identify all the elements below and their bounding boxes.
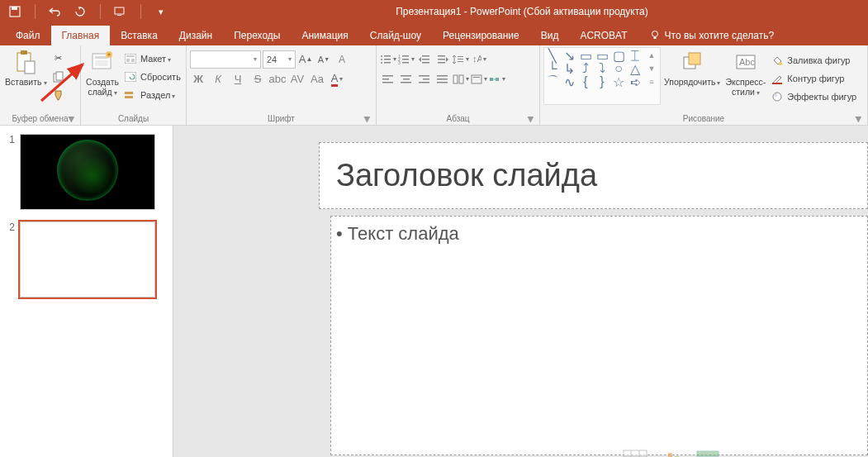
clear-formatting-icon[interactable]: A bbox=[334, 51, 350, 68]
font-size-combo[interactable]: 24▾ bbox=[263, 50, 296, 69]
tab-animation[interactable]: Анимация bbox=[291, 26, 358, 45]
shape-row-down-icon[interactable]: ▼ bbox=[645, 63, 658, 74]
cut-button[interactable]: ✂ bbox=[50, 50, 67, 67]
new-slide-button[interactable]: Создать слайд bbox=[84, 47, 121, 103]
paragraph-launcher-icon[interactable]: ⯆ bbox=[527, 115, 534, 123]
svg-rect-79 bbox=[697, 451, 719, 456]
shape-row-up-icon[interactable]: ▲ bbox=[645, 50, 658, 61]
shape-roundrect-icon[interactable]: ▢ bbox=[612, 50, 625, 61]
shape-line-icon[interactable]: ╲ bbox=[546, 50, 559, 61]
increase-font-icon[interactable]: A▲ bbox=[297, 51, 314, 68]
smartart-button[interactable] bbox=[489, 71, 505, 88]
copy-button[interactable] bbox=[50, 68, 67, 85]
justify-button[interactable] bbox=[434, 71, 451, 88]
drawing-launcher-icon[interactable]: ⯆ bbox=[855, 115, 862, 123]
svg-rect-27 bbox=[384, 62, 391, 64]
shape-star-icon[interactable]: ☆ bbox=[612, 76, 625, 88]
insert-chart-icon[interactable] bbox=[657, 448, 686, 457]
quick-styles-button[interactable]: Abc Экспресс- стили bbox=[723, 47, 767, 105]
columns-button[interactable] bbox=[453, 71, 469, 88]
text-direction-button[interactable]: ↕A bbox=[471, 51, 487, 68]
thumbnail-slide-1[interactable]: 1 bbox=[7, 134, 166, 210]
tab-design[interactable]: Дизайн bbox=[168, 26, 223, 45]
shadow-button[interactable]: abc bbox=[269, 71, 286, 88]
undo-icon[interactable] bbox=[49, 5, 62, 18]
shape-rect-icon[interactable]: ▭ bbox=[579, 50, 592, 61]
svg-rect-61 bbox=[496, 78, 499, 81]
shape-more-icon[interactable]: ≡ bbox=[645, 76, 658, 88]
decrease-font-icon[interactable]: A▼ bbox=[315, 51, 332, 68]
numbering-button[interactable]: 123 bbox=[398, 51, 415, 68]
redo-icon[interactable] bbox=[74, 5, 87, 18]
bold-button[interactable]: Ж bbox=[190, 71, 206, 88]
bucket-icon bbox=[771, 54, 784, 67]
decrease-indent-button[interactable] bbox=[416, 51, 433, 68]
shape-brace-r-icon[interactable]: } bbox=[595, 76, 609, 88]
reset-button[interactable]: Сбросить bbox=[122, 68, 183, 85]
line-spacing-button[interactable] bbox=[453, 51, 469, 68]
slide-thumbnails-panel: 1 2 bbox=[0, 126, 173, 457]
shape-oval-icon[interactable]: ○ bbox=[612, 63, 625, 74]
shape-connector2-icon[interactable]: ⤵ bbox=[595, 63, 609, 74]
align-text-button[interactable] bbox=[471, 71, 487, 88]
section-button[interactable]: Раздел bbox=[122, 86, 183, 103]
tab-review[interactable]: Рецензирование bbox=[432, 26, 530, 45]
layout-button[interactable]: Макет bbox=[122, 50, 183, 67]
slide-editor[interactable]: Заголовок слайда • Текст слайда bbox=[173, 126, 868, 457]
svg-rect-48 bbox=[403, 79, 410, 80]
save-icon[interactable] bbox=[8, 5, 21, 18]
align-center-button[interactable] bbox=[398, 71, 415, 88]
start-from-beginning-icon[interactable] bbox=[114, 5, 127, 18]
font-color-button[interactable]: A bbox=[329, 71, 345, 88]
font-family-combo[interactable]: ▾ bbox=[190, 50, 261, 69]
shape-freeform-icon[interactable]: ∿ bbox=[562, 76, 576, 88]
paste-button[interactable]: Вставить bbox=[3, 47, 49, 103]
svg-rect-41 bbox=[458, 59, 463, 60]
strikethrough-button[interactable]: S bbox=[249, 71, 266, 88]
arrange-button[interactable]: Упорядочить bbox=[662, 47, 722, 105]
shape-elbow-arrow-icon[interactable]: ↳ bbox=[562, 63, 576, 74]
shape-effects-button[interactable]: Эффекты фигур bbox=[769, 88, 858, 105]
customize-qat-icon[interactable]: ▾ bbox=[154, 5, 168, 18]
char-spacing-button[interactable]: AV bbox=[289, 71, 306, 88]
insert-table-icon[interactable] bbox=[620, 448, 650, 457]
shape-arrow-icon[interactable]: ↘ bbox=[562, 50, 576, 61]
svg-rect-55 bbox=[437, 82, 448, 83]
svg-rect-63 bbox=[689, 53, 700, 64]
thumbnail-slide-2[interactable]: 2 bbox=[7, 221, 166, 298]
svg-rect-21 bbox=[125, 96, 133, 98]
increase-indent-button[interactable] bbox=[434, 51, 451, 68]
shape-fill-button[interactable]: Заливка фигур bbox=[769, 51, 858, 69]
align-left-button[interactable] bbox=[380, 71, 396, 88]
shape-triangle-icon[interactable]: △ bbox=[628, 63, 642, 74]
tab-slideshow[interactable]: Слайд-шоу bbox=[359, 26, 432, 45]
tab-insert[interactable]: Вставка bbox=[110, 26, 168, 45]
svg-rect-8 bbox=[25, 61, 35, 74]
clipboard-launcher-icon[interactable]: ⯆ bbox=[68, 115, 75, 123]
tab-home[interactable]: Главная bbox=[51, 26, 111, 45]
shape-curve-icon[interactable]: ⌒ bbox=[546, 76, 559, 88]
italic-button[interactable]: К bbox=[210, 71, 226, 88]
align-right-button[interactable] bbox=[416, 71, 433, 88]
title-placeholder[interactable]: Заголовок слайда bbox=[319, 142, 868, 209]
shape-brace-l-icon[interactable]: { bbox=[579, 76, 592, 88]
shape-connector-icon[interactable]: ⤴ bbox=[579, 63, 592, 74]
shape-arrow2-icon[interactable]: ➪ bbox=[628, 76, 642, 88]
svg-rect-56 bbox=[453, 75, 458, 83]
tab-acrobat[interactable]: ACROBAT bbox=[569, 26, 638, 45]
insert-smartart-icon[interactable] bbox=[693, 448, 723, 457]
font-launcher-icon[interactable]: ⯆ bbox=[363, 115, 371, 123]
shapes-gallery[interactable]: ╲ ↘ ▭ ▭ ▢ ⌶ ▲ └ ↳ ⤴ ⤵ ○ △ ▼ bbox=[543, 47, 661, 105]
tab-view[interactable]: Вид bbox=[530, 26, 570, 45]
change-case-button[interactable]: Aa bbox=[309, 71, 325, 88]
shape-rect2-icon[interactable]: ▭ bbox=[595, 50, 609, 61]
format-painter-button[interactable] bbox=[50, 86, 67, 103]
shape-textbox-icon[interactable]: ⌶ bbox=[628, 50, 642, 61]
content-placeholder[interactable]: • Текст слайда bbox=[330, 216, 868, 455]
bullets-button[interactable] bbox=[380, 51, 396, 68]
tab-transitions[interactable]: Переходы bbox=[223, 26, 291, 45]
shape-outline-button[interactable]: Контур фигур bbox=[769, 69, 858, 87]
underline-button[interactable]: Ч bbox=[230, 71, 246, 88]
tab-file[interactable]: Файл bbox=[5, 26, 51, 45]
tell-me-search[interactable]: Что вы хотите сделать? bbox=[638, 26, 785, 45]
